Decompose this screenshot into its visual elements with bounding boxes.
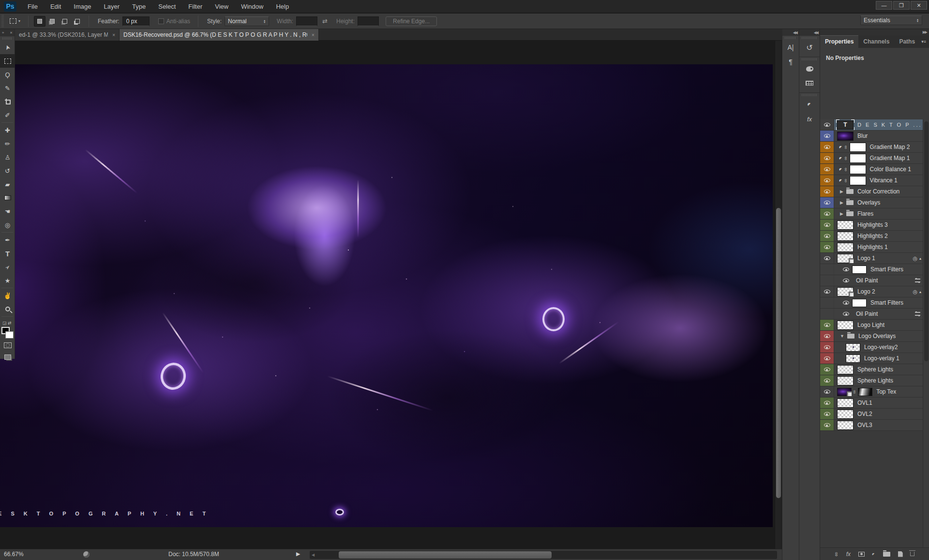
smart-filter-icon[interactable]: ◎ [913, 255, 917, 262]
visibility-toggle[interactable] [820, 342, 834, 353]
layer-row[interactable]: Sphere Lights [820, 375, 929, 386]
layer-row-smart-object[interactable]: ∞ Top Tex [820, 386, 929, 398]
visibility-toggle[interactable] [820, 364, 834, 375]
eye-icon[interactable] [843, 279, 849, 282]
horizontal-scrollbar-thumb[interactable] [339, 551, 552, 559]
hand-tool[interactable]: ✌ [0, 289, 15, 302]
clone-stamp-tool[interactable]: ♙ [0, 150, 15, 164]
styles-panel-button[interactable]: fx [799, 112, 820, 126]
visibility-toggle[interactable] [820, 142, 834, 152]
brush-tool[interactable]: ✏ [0, 137, 15, 150]
move-tool[interactable]: ➤ [0, 41, 15, 54]
path-selection-tool[interactable]: ➢ [0, 260, 15, 274]
layer-group-row[interactable]: ▶ Overlays [820, 197, 929, 208]
layer-row[interactable]: Blur [820, 131, 929, 142]
smart-filter-item-row[interactable]: Oil Paint [820, 309, 929, 320]
visibility-toggle[interactable] [820, 220, 834, 230]
smart-filters-row[interactable]: Smart Filters [820, 264, 929, 275]
document-size-info[interactable]: Doc: 10.5M/570.8M [168, 551, 219, 558]
layers-scrollbar[interactable] [923, 119, 929, 547]
add-mask-button[interactable] [858, 552, 865, 557]
visibility-toggle[interactable] [820, 231, 834, 241]
new-group-button[interactable] [883, 552, 890, 557]
layer-row-adjustment[interactable]: ◐ ∞ Gradient Map 1 [820, 153, 929, 164]
rectangular-marquee-tool[interactable] [0, 54, 15, 68]
layer-style-button[interactable]: fx [846, 551, 851, 558]
selection-mode-add[interactable] [46, 16, 58, 27]
tab-paths[interactable]: Paths [894, 36, 920, 48]
collapse-triangle[interactable]: ▼ [840, 334, 844, 339]
visibility-toggle[interactable] [820, 153, 834, 163]
visibility-toggle[interactable] [820, 242, 834, 252]
refine-edge-button[interactable]: Refine Edge... [386, 16, 437, 26]
visibility-toggle[interactable] [820, 253, 834, 264]
width-input[interactable] [296, 16, 317, 26]
layer-row-adjustment[interactable]: ◐ ∞ Vibrance 1 [820, 175, 929, 186]
close-button[interactable]: ✕ [911, 1, 927, 10]
eye-icon[interactable] [843, 301, 849, 305]
layer-row-smart-object[interactable]: Logo 2 ◎ ▴ [820, 286, 929, 297]
visibility-toggle[interactable] [820, 320, 834, 330]
selection-mode-subtract[interactable] [59, 16, 71, 27]
vertical-scrollbar-thumb[interactable] [776, 208, 781, 498]
crop-tool[interactable] [0, 95, 15, 108]
dock-close-icon[interactable]: ✕ [10, 31, 13, 35]
layer-row-smart-object[interactable]: Logo 1 ◎ ▴ [820, 253, 929, 264]
layer-row-adjustment[interactable]: ◐ ∞ Color Balance 1 [820, 164, 929, 175]
visibility-toggle[interactable] [820, 208, 834, 219]
custom-shape-tool[interactable]: ★ [0, 274, 15, 287]
menu-edit[interactable]: Edit [44, 0, 67, 13]
screen-mode-button[interactable] [0, 351, 15, 363]
history-brush-tool[interactable]: ↺ [0, 164, 15, 177]
menu-window[interactable]: Window [235, 0, 270, 13]
default-colors-icon[interactable]: ◲ ⇄ [1, 321, 12, 325]
history-panel-button[interactable]: ↺ [799, 40, 820, 55]
layer-row[interactable]: Sphere Lights [820, 364, 929, 375]
document-tab-inactive[interactable]: ed-1 @ 33.3% (DSK2016, Layer Mask/8) * × [15, 29, 120, 41]
smart-filter-collapse[interactable]: ▴ [919, 290, 921, 294]
scroll-left-icon[interactable]: ◀ [312, 553, 315, 557]
swap-dimensions-icon[interactable]: ⇄ [322, 17, 328, 25]
menu-help[interactable]: Help [270, 0, 295, 13]
zoom-level-field[interactable]: 66.67% [4, 551, 24, 558]
dock-expand-icon[interactable]: » [2, 30, 4, 35]
layer-row[interactable]: Logo-verlay2 [820, 342, 929, 353]
layer-row[interactable]: Highlights 2 [820, 231, 929, 242]
color-panel-button[interactable] [799, 61, 820, 76]
layer-row[interactable]: Logo-verlay 1 [820, 353, 929, 364]
smart-filter-item-row[interactable]: Oil Paint [820, 275, 929, 286]
menu-filter[interactable]: Filter [182, 0, 209, 13]
adjustments-panel-button[interactable]: ◐ [799, 97, 820, 112]
layer-row[interactable]: Highlights 1 [820, 242, 929, 253]
smart-filters-row[interactable]: Smart Filters [820, 297, 929, 309]
layer-row[interactable]: OVL1 [820, 398, 929, 409]
selection-mode-new[interactable] [34, 16, 45, 27]
menu-type[interactable]: Type [126, 0, 152, 13]
dodge-tool[interactable]: ◎ [0, 218, 15, 232]
visibility-toggle[interactable] [820, 186, 834, 197]
pen-tool[interactable]: ✒ [0, 233, 15, 247]
smart-filter-icon[interactable]: ◎ [913, 289, 917, 295]
quick-selection-tool[interactable]: ✎ [0, 81, 15, 95]
tool-dock-grip[interactable] [2, 37, 12, 40]
blur-tool[interactable]: ☚ [0, 205, 15, 218]
panel-menu-icon[interactable]: ▾≡ [921, 39, 926, 44]
tab-properties[interactable]: Properties [820, 35, 858, 48]
status-expand-icon[interactable]: ▶ [296, 551, 300, 557]
new-layer-button[interactable] [898, 551, 903, 557]
document-canvas[interactable]: E S K T O P O G R A P H Y . N E T [0, 64, 773, 527]
foreground-background-swatches[interactable] [1, 327, 14, 339]
visibility-toggle[interactable] [820, 175, 834, 186]
workspace-dropdown[interactable]: Essentials ▲▼ [860, 15, 922, 25]
tab-close-icon[interactable]: × [312, 32, 315, 38]
new-adjustment-button[interactable]: ◐ [870, 550, 877, 558]
expand-triangle[interactable]: ▶ [840, 200, 843, 205]
type-tool[interactable]: T [0, 247, 15, 260]
visibility-toggle[interactable] [820, 286, 834, 297]
eraser-tool[interactable]: ▰ [0, 177, 15, 191]
restore-button[interactable]: ❐ [893, 1, 910, 10]
gradient-tool[interactable] [0, 191, 15, 205]
tab-channels[interactable]: Channels [858, 36, 894, 48]
antialias-checkbox[interactable] [158, 18, 164, 24]
menu-file[interactable]: File [21, 0, 44, 13]
